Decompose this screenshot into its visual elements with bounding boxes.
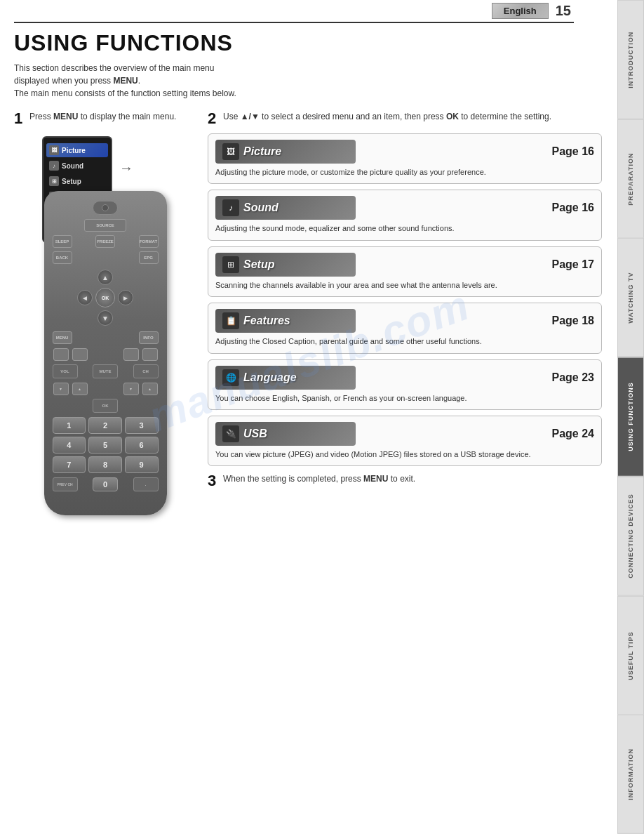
left-column: 1 Press MENU to display the main menu. 🖼…	[14, 111, 196, 515]
step2-header: 2 Use ▲/▼ to select a desired menu and a…	[208, 111, 602, 126]
menu-button[interactable]: MENU	[53, 331, 72, 344]
language-card: 🌐 Language Page 23 You can choose Englis…	[208, 359, 602, 410]
sidebar-tab-watching-tv[interactable]: WATCHING TV	[617, 238, 644, 357]
features-card-icon: 📋	[222, 312, 239, 329]
features-card-desc: Adjusting the Closed Caption, parental g…	[215, 336, 594, 347]
language-badge: English	[492, 3, 549, 19]
features-title-bar: 📋 Features	[215, 309, 356, 333]
step3-text: When the setting is completed, press MEN…	[223, 473, 415, 485]
vol-up[interactable]: ▲	[72, 383, 88, 395]
picture-card-page: Page 16	[552, 145, 594, 158]
info-button[interactable]: INFO	[139, 331, 159, 344]
picture-card-desc: Adjusting the picture mode, or customize…	[215, 167, 594, 178]
step3: 3 When the setting is completed, press M…	[208, 473, 602, 489]
nav-down-button[interactable]: ▼	[98, 310, 113, 326]
setup-icon: ⊞	[49, 176, 59, 186]
sidebar-tab-introduction[interactable]: INTRODUCTION	[617, 0, 644, 119]
format-button[interactable]: FORMAT	[139, 235, 159, 248]
ok-mid-button[interactable]: OK	[93, 399, 118, 413]
language-title-bar: 🌐 Language	[215, 366, 356, 390]
menu-cards: 🖼 Picture Page 16 Adjusting the picture …	[208, 133, 602, 466]
picture-card-icon: 🖼	[222, 143, 239, 160]
page-title: USING FUNCTIONS	[14, 30, 602, 56]
top-bar: English 15	[14, 0, 574, 23]
menu-item-picture: 🖼 Picture	[46, 143, 108, 157]
usb-card-title: USB	[243, 428, 267, 440]
epg-button[interactable]: EPG	[139, 251, 159, 264]
sound-card-desc: Adjusting the sound mode, equalizer and …	[215, 223, 594, 234]
nav-diamond-container: ▲ ▼ ◄ ► OK	[53, 270, 159, 326]
setup-card: ⊞ Setup Page 17 Scanning the channels av…	[208, 246, 602, 297]
setup-card-title: Setup	[243, 258, 274, 271]
extra-btn-4[interactable]	[142, 348, 158, 361]
num-2[interactable]: 2	[88, 417, 122, 434]
usb-card-header: 🔌 USB Page 24	[215, 422, 594, 446]
dot-button[interactable]: .	[133, 477, 159, 491]
language-card-page: Page 23	[552, 371, 594, 384]
remote-wrap: SOURCE SLEEP FREEZE FORMAT BACK EPG	[14, 191, 196, 515]
nav-left-button[interactable]: ◄	[77, 290, 93, 305]
sidebar-tab-connecting-devices[interactable]: CONNECTING DEVICES	[617, 477, 644, 596]
prev-ch-button[interactable]: PREV CH	[53, 477, 78, 491]
nav-up-button[interactable]: ▲	[98, 270, 113, 285]
num-3[interactable]: 3	[125, 417, 159, 434]
ok-button[interactable]: OK	[95, 288, 115, 307]
num-0[interactable]: 0	[93, 477, 118, 491]
mute-button[interactable]: MUTE	[93, 364, 118, 378]
remote-menu-info-row: MENU INFO	[53, 331, 159, 344]
ch-up[interactable]: ▲	[142, 383, 158, 395]
picture-icon: 🖼	[49, 145, 59, 155]
num-5[interactable]: 5	[88, 437, 122, 454]
main-content: English 15 USING FUNCTIONS This section …	[0, 0, 616, 529]
picture-card: 🖼 Picture Page 16 Adjusting the picture …	[208, 133, 602, 184]
setup-card-desc: Scanning the channels available in your …	[215, 280, 594, 291]
back-button[interactable]: BACK	[53, 251, 72, 264]
setup-card-page: Page 17	[552, 258, 594, 271]
step2-number: 2	[208, 111, 219, 126]
menu-item-setup: ⊞ Setup	[46, 174, 108, 188]
step1-header: 1 Press MENU to display the main menu.	[14, 111, 196, 126]
remote-top-row: SLEEP FREEZE FORMAT	[53, 235, 159, 248]
vol-down[interactable]: ▼	[53, 383, 69, 395]
language-card-title: Language	[243, 371, 297, 384]
freeze-button[interactable]: FREEZE	[95, 235, 115, 248]
ch-down[interactable]: ▼	[123, 383, 139, 395]
ch-button[interactable]: CH	[133, 364, 159, 378]
extra-btn-3[interactable]	[123, 348, 139, 361]
usb-card-desc: You can view picture (JPEG) and video (M…	[215, 449, 594, 460]
num-9[interactable]: 9	[125, 456, 159, 473]
extra-btn-1[interactable]	[53, 348, 69, 361]
sidebar-tab-useful-tips[interactable]: USEFUL TIPS	[617, 596, 644, 715]
sidebar-tab-using-functions[interactable]: USING FUNCTIONS	[617, 357, 644, 477]
features-card-header: 📋 Features Page 18	[215, 309, 594, 333]
step1-number: 1	[14, 111, 25, 126]
language-card-icon: 🌐	[222, 369, 239, 386]
arrow-right: →	[119, 160, 133, 176]
features-card-title: Features	[243, 315, 290, 327]
usb-card-icon: 🔌	[222, 425, 239, 442]
usb-card-page: Page 24	[552, 428, 594, 440]
sidebar-tab-preparation[interactable]: PREPARATION	[617, 119, 644, 239]
num-7[interactable]: 7	[53, 456, 86, 473]
features-card-page: Page 18	[552, 315, 594, 327]
vol-button[interactable]: VOL	[53, 364, 78, 378]
language-card-header: 🌐 Language Page 23	[215, 366, 594, 390]
num-8[interactable]: 8	[88, 456, 122, 473]
language-card-desc: You can choose English, Spanish, or Fren…	[215, 393, 594, 404]
num-4[interactable]: 4	[53, 437, 86, 454]
sleep-button[interactable]: SLEEP	[53, 235, 72, 248]
extra-btn-2[interactable]	[72, 348, 88, 361]
nav-right-button[interactable]: ►	[118, 290, 133, 305]
usb-title-bar: 🔌 USB	[215, 422, 356, 446]
setup-title-bar: ⊞ Setup	[215, 253, 356, 277]
source-button[interactable]: SOURCE	[84, 219, 126, 232]
sidebar-tabs: INTRODUCTION PREPARATION WATCHING TV USI…	[617, 0, 644, 834]
remote-back-epg-row: BACK EPG	[53, 251, 159, 264]
num-6[interactable]: 6	[125, 437, 159, 454]
num-1[interactable]: 1	[53, 417, 86, 434]
picture-card-title: Picture	[243, 145, 281, 158]
sidebar-tab-information[interactable]: INFORMATION	[617, 715, 644, 834]
setup-card-icon: ⊞	[222, 256, 239, 273]
picture-card-header: 🖼 Picture Page 16	[215, 140, 594, 164]
step2-text: Use ▲/▼ to select a desired menu and an …	[223, 111, 551, 123]
